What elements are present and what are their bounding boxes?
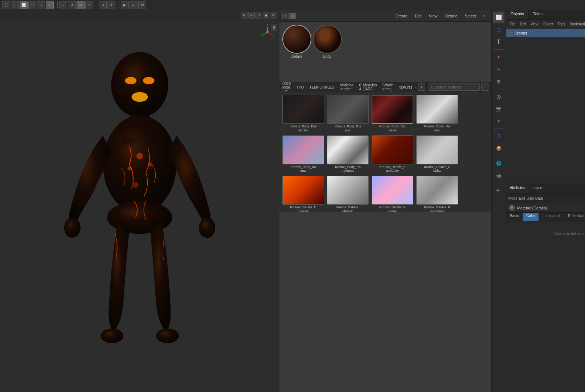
tb-frame-btn[interactable]: ⬡: [11, 1, 19, 9]
attr-toolbar-mode[interactable]: Mode: [508, 196, 518, 200]
menu-edit[interactable]: Edit: [412, 13, 425, 19]
tab-attributes[interactable]: Attributes: [506, 184, 529, 193]
path-tyo[interactable]: TYO: [296, 85, 304, 89]
asset-thumb-emissive: [372, 95, 413, 124]
tb-box-btn[interactable]: ⬜: [20, 1, 28, 9]
mat-tab-basic[interactable]: Basic: [506, 213, 523, 221]
tb-move-btn[interactable]: ↔: [59, 1, 67, 9]
tb-solid-btn[interactable]: ⬛: [28, 1, 36, 9]
path-modelos-vender[interactable]: Modelos vender: [340, 83, 353, 91]
sidebar-poly-mode[interactable]: ⬡: [493, 24, 504, 36]
vp-ctrl-2[interactable]: ⊙: [248, 12, 255, 19]
obj-toolbar-tags[interactable]: Tags: [556, 21, 566, 27]
obj-toolbar-object[interactable]: Object: [541, 21, 555, 27]
mat-tab-color[interactable]: Color: [523, 213, 539, 221]
asset-item-roughness2[interactable]: Kronos_Details_Roughness: [416, 176, 458, 212]
asset-item-metallic[interactable]: Kronos_Body_Metallic: [416, 95, 458, 132]
tb-render-region-btn[interactable]: ▷: [130, 1, 138, 9]
svg-text:Z: Z: [267, 24, 269, 26]
filter-btn[interactable]: ▼: [418, 83, 425, 91]
sidebar-field[interactable]: ✧: [493, 64, 504, 75]
tb-grid-btn[interactable]: ⊞: [37, 1, 45, 9]
tb-scale-btn[interactable]: ⇔: [77, 1, 85, 9]
obj-toolbar-view[interactable]: View: [529, 21, 540, 27]
asset-item-basecolor[interactable]: Kronos_Body_BaseColor: [282, 95, 324, 132]
tb-snap-btn[interactable]: ⊿: [99, 1, 107, 9]
obj-toolbar-edit[interactable]: Edit: [519, 21, 528, 27]
asset-grid-inner: Kronos_Body_BaseColor Kronos_Body_Displa…: [282, 95, 488, 212]
asset-label-emissive2: Kronos_Details_Emissive: [290, 205, 316, 212]
tb-rotate-btn[interactable]: ↺: [68, 1, 76, 9]
menu-octane[interactable]: Octane: [442, 13, 461, 19]
objects-list: ⬡ Kronos 👁 🔒: [506, 29, 585, 184]
asset-item-normal2[interactable]: Kronos_Details_Normal: [372, 176, 413, 212]
tb-render-settings-btn[interactable]: ⚙: [138, 1, 146, 9]
viewport[interactable]: Default Camera: [0, 10, 279, 392]
tb-align-btn[interactable]: ✛: [107, 1, 115, 9]
tb-wire-btn[interactable]: ⊟: [46, 1, 54, 9]
asset-item-emissive2[interactable]: Kronos_Details_Emissive: [282, 176, 324, 212]
menu-view[interactable]: View: [426, 13, 441, 19]
menu-select[interactable]: Select: [462, 13, 479, 19]
tab-objects[interactable]: Objects: [506, 10, 529, 19]
sidebar-tag[interactable]: ◎: [493, 91, 504, 102]
mat-thumb-details[interactable]: [282, 25, 311, 54]
path-kronos[interactable]: Kronos (Wrath of the titans): [382, 82, 394, 92]
character-3d[interactable]: [0, 10, 279, 392]
vp-ctrl-4[interactable]: ▣: [263, 12, 269, 19]
sidebar-particle[interactable]: ✦: [493, 51, 504, 63]
obj-toolbar-file[interactable]: File: [508, 21, 517, 27]
vp-ctrl-5[interactable]: ✕: [270, 12, 277, 19]
material-dot: [509, 205, 515, 211]
search-btn[interactable]: ›: [481, 83, 488, 91]
tab-layers[interactable]: Layers: [529, 184, 547, 193]
asset-search-input[interactable]: [429, 83, 480, 91]
tb-render-btn[interactable]: ▶: [121, 1, 129, 9]
asset-item-displac[interactable]: Kronos_Body_Displac: [327, 95, 369, 132]
asset-item-normal[interactable]: Kronos_Body_Normal: [282, 135, 324, 173]
path-modelos-alvaro[interactable]: 0_Modelos ALVARO: [359, 83, 377, 91]
mat-tab-luminance[interactable]: Luminance: [539, 213, 564, 221]
tab-takes[interactable]: Takes: [529, 10, 548, 19]
sidebar-camera[interactable]: 📷: [493, 103, 504, 115]
vp-add-btn[interactable]: +: [282, 13, 289, 19]
sidebar-scene[interactable]: 🌐: [493, 158, 504, 169]
asset-label-roughness2: Kronos_Details_Roughness: [424, 205, 450, 212]
sidebar-deformer[interactable]: ⚙: [493, 76, 504, 87]
sidebar-object[interactable]: 📦: [493, 143, 504, 154]
asset-label-normal2: Kronos_Details_Normal: [379, 205, 406, 212]
sidebar-text-tool[interactable]: T: [493, 36, 504, 48]
sidebar-camera2[interactable]: 📹: [493, 170, 504, 181]
path-temporales[interactable]: TEMPORALES: [310, 85, 334, 89]
path-disk[interactable]: disco local (D:): [282, 82, 291, 92]
svg-point-12: [127, 166, 131, 170]
menu-create[interactable]: Create: [393, 13, 410, 19]
sidebar-spline[interactable]: ⬡: [493, 130, 504, 142]
obj-toolbar-bookmarks[interactable]: Bookmarks: [568, 21, 585, 27]
menu-more[interactable]: »: [480, 13, 488, 19]
path-textures[interactable]: textures: [400, 85, 413, 89]
mat-thumb-body[interactable]: [313, 25, 342, 54]
asset-item-basecolor2[interactable]: Kronos_Details_BaseColor: [372, 135, 413, 173]
asset-item-metallic2[interactable]: Kronos_Details_Metallic: [327, 176, 369, 212]
asset-item-displac2[interactable]: Kronos_Details_Displac: [416, 135, 458, 173]
attr-toolbar-edit[interactable]: Edit: [519, 196, 525, 200]
objects-toolbar: File Edit View Object Tags Bookmarks 🔍: [506, 20, 585, 29]
list-item-kronos[interactable]: ⬡ Kronos 👁 🔒: [506, 29, 585, 37]
vp-pin-btn[interactable]: ⊞: [290, 13, 296, 19]
mat-tab-reflectance[interactable]: Reflectance: [564, 213, 585, 221]
attr-toolbar-userdata[interactable]: User Data: [527, 196, 543, 200]
vp-ctrl-1[interactable]: ⊕: [241, 12, 248, 19]
svg-text:Y: Y: [260, 34, 262, 37]
viewport-gizmo: Z X Y: [259, 24, 276, 40]
vp-ctrl-3[interactable]: ↺: [255, 12, 262, 19]
sidebar-edit-pen[interactable]: ✏: [493, 185, 504, 196]
asset-item-roughness[interactable]: Kronos_Body_Roughness: [327, 135, 369, 173]
tb-select-btn[interactable]: ⌖: [85, 1, 93, 9]
svg-point-0: [111, 52, 168, 117]
sidebar-object-mode[interactable]: ⬜: [493, 12, 504, 23]
svg-point-21: [266, 31, 269, 33]
tb-live-btn[interactable]: ◯: [2, 1, 10, 9]
sidebar-light[interactable]: ☀: [493, 115, 504, 127]
asset-item-emissive[interactable]: Kronos_Body_Emissive: [372, 95, 413, 132]
